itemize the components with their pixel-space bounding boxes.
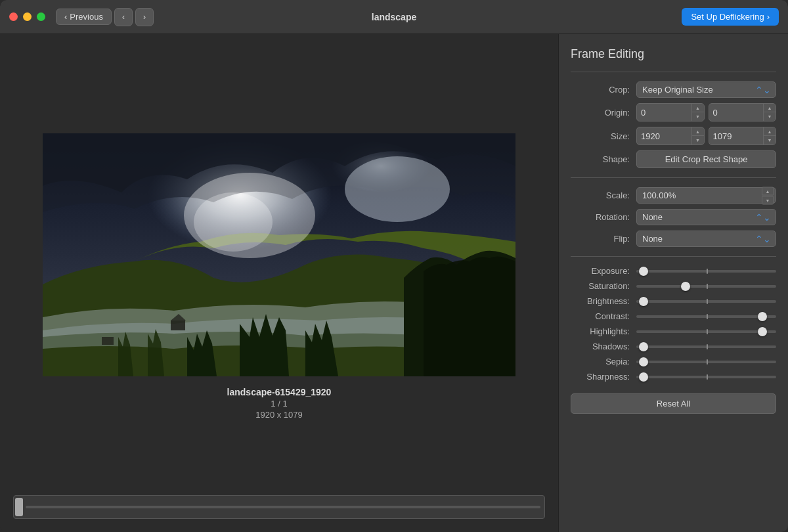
- slider-label-0: Exposure:: [571, 266, 630, 276]
- slider-track-5[interactable]: [636, 345, 776, 348]
- slider-label-2: Brightness:: [571, 296, 630, 306]
- slider-thumb-4[interactable]: [758, 327, 767, 336]
- previous-button[interactable]: ‹ Previous: [56, 9, 112, 25]
- scale-stepper: ▲ ▼: [762, 187, 774, 204]
- scale-input[interactable]: [636, 187, 776, 204]
- size-h-down[interactable]: ▼: [764, 136, 776, 144]
- titlebar: ‹ Previous ‹ › landscape Set Up Deflicke…: [0, 0, 788, 34]
- image-info: landscape-615429_1920 1 / 1 1920 x 1079: [227, 387, 332, 420]
- deflicker-label: Set Up Deflickering: [691, 12, 764, 22]
- size-h-arrows: ▲ ▼: [763, 127, 776, 144]
- slider-thumb-0[interactable]: [639, 267, 648, 276]
- right-arrow-icon: ›: [143, 12, 146, 22]
- rotation-row: Rotation: None 90° 180° 270° ⌃⌄: [571, 209, 776, 225]
- maximize-button[interactable]: [37, 12, 45, 21]
- svg-rect-10: [102, 337, 114, 345]
- origin-y-input[interactable]: [709, 105, 764, 120]
- slider-tick-3: [707, 314, 708, 319]
- minimize-button[interactable]: [23, 12, 32, 21]
- size-h-up[interactable]: ▲: [764, 127, 776, 136]
- svg-point-13: [345, 156, 450, 222]
- origin-x-arrows: ▲ ▼: [691, 104, 704, 121]
- svg-point-12: [194, 192, 273, 252]
- shape-row: Shape: Edit Crop Rect Shape: [571, 150, 776, 168]
- image-filename: landscape-615429_1920: [227, 387, 332, 397]
- traffic-lights: [9, 12, 45, 21]
- slider-track-6[interactable]: [636, 361, 776, 363]
- size-w-down[interactable]: ▼: [692, 136, 704, 144]
- origin-x-input[interactable]: [637, 105, 691, 120]
- svg-rect-8: [171, 321, 185, 330]
- slider-track-7[interactable]: [636, 376, 776, 378]
- scale-down[interactable]: ▼: [762, 196, 774, 204]
- shape-control: Edit Crop Rect Shape: [636, 150, 776, 168]
- size-h-input[interactable]: [709, 129, 764, 144]
- timeline-track[interactable]: [26, 506, 540, 508]
- slider-tick-6: [707, 359, 708, 365]
- main-layout: landscape-615429_1920 1 / 1 1920 x 1079 …: [0, 34, 788, 532]
- slider-row-6: Sepia:: [571, 357, 776, 366]
- slider-thumb-3[interactable]: [758, 312, 767, 321]
- left-arrow-icon: ‹: [122, 12, 125, 22]
- crop-select-wrapper: Keep Original Size ⌃⌄: [636, 81, 776, 98]
- shape-button[interactable]: Edit Crop Rect Shape: [636, 150, 776, 168]
- scale-control: ▲ ▼: [636, 187, 776, 204]
- reset-all-button[interactable]: Reset All: [571, 393, 776, 414]
- slider-thumb-1[interactable]: [681, 282, 690, 291]
- close-button[interactable]: [9, 12, 18, 21]
- deflicker-button[interactable]: Set Up Deflickering ›: [682, 8, 779, 26]
- origin-y-down[interactable]: ▼: [764, 112, 776, 121]
- slider-row-5: Shadows:: [571, 342, 776, 351]
- size-w-up[interactable]: ▲: [692, 127, 704, 136]
- scale-row: Scale: ▲ ▼: [571, 187, 776, 204]
- scale-wrapper: ▲ ▼: [636, 187, 776, 204]
- slider-thumb-7[interactable]: [639, 372, 648, 382]
- slider-track-0[interactable]: [636, 270, 776, 273]
- slider-label-1: Saturation:: [571, 281, 630, 291]
- size-w-arrows: ▲ ▼: [691, 127, 704, 144]
- slider-track-2[interactable]: [636, 300, 776, 303]
- slider-track-4[interactable]: [636, 330, 776, 333]
- slider-track-3[interactable]: [636, 315, 776, 318]
- right-panel: Frame Editing Crop: Keep Original Size ⌃…: [558, 34, 788, 532]
- size-h-stepper: ▲ ▼: [709, 127, 777, 145]
- origin-y-up[interactable]: ▲: [764, 104, 776, 112]
- flip-row: Flip: None Horizontal Vertical Both ⌃⌄: [571, 231, 776, 247]
- slider-tick-5: [707, 344, 708, 349]
- slider-label-3: Contrast:: [571, 311, 630, 321]
- flip-select[interactable]: None Horizontal Vertical Both: [636, 231, 776, 247]
- crop-control: Keep Original Size ⌃⌄: [636, 81, 776, 98]
- size-w-input[interactable]: [637, 129, 691, 144]
- crop-select[interactable]: Keep Original Size: [636, 81, 776, 98]
- rotation-select[interactable]: None 90° 180° 270°: [636, 209, 776, 225]
- origin-x-down[interactable]: ▼: [692, 112, 704, 121]
- flip-select-wrapper: None Horizontal Vertical Both ⌃⌄: [636, 231, 776, 247]
- slider-tick-2: [707, 299, 708, 304]
- nav-right-button[interactable]: ›: [135, 8, 154, 26]
- timeline-scrubber[interactable]: [13, 495, 545, 519]
- slider-row-7: Sharpness:: [571, 372, 776, 382]
- slider-thumb-2[interactable]: [639, 297, 648, 306]
- origin-y-arrows: ▲ ▼: [763, 104, 776, 121]
- scale-up[interactable]: ▲: [762, 187, 774, 195]
- slider-thumb-6[interactable]: [639, 357, 648, 366]
- timeline-handle[interactable]: [15, 498, 23, 516]
- crop-label: Crop:: [571, 85, 630, 95]
- origin-x-up[interactable]: ▲: [692, 104, 704, 112]
- crop-row: Crop: Keep Original Size ⌃⌄: [571, 81, 776, 98]
- slider-label-4: Highlights:: [571, 326, 630, 336]
- slider-tick-4: [707, 329, 708, 334]
- slider-thumb-5[interactable]: [639, 342, 648, 351]
- previous-label: Previous: [70, 12, 103, 22]
- sliders-container: Exposure:Saturation:Brightness:Contrast:…: [571, 266, 776, 382]
- slider-track-1[interactable]: [636, 285, 776, 288]
- nav-left-button[interactable]: ‹: [114, 8, 133, 26]
- slider-label-5: Shadows:: [571, 342, 630, 351]
- flip-label: Flip:: [571, 234, 630, 244]
- origin-label: Origin:: [571, 108, 630, 118]
- slider-tick-0: [707, 269, 708, 274]
- flip-control: None Horizontal Vertical Both ⌃⌄: [636, 231, 776, 247]
- left-panel: landscape-615429_1920 1 / 1 1920 x 1079: [0, 34, 558, 532]
- landscape-image: [43, 133, 515, 376]
- rotation-select-wrapper: None 90° 180° 270° ⌃⌄: [636, 209, 776, 225]
